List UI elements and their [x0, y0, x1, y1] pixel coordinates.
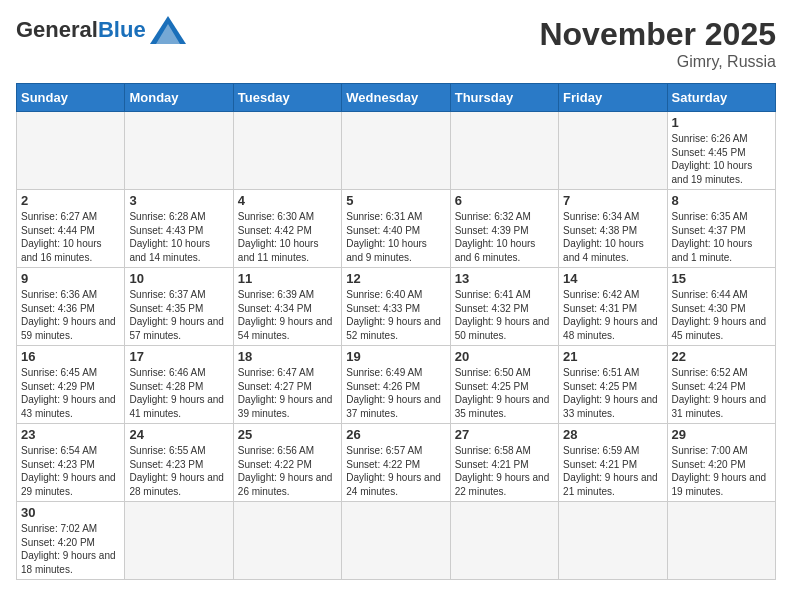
day-info: Sunrise: 6:41 AM Sunset: 4:32 PM Dayligh… — [455, 288, 554, 342]
day-number: 26 — [346, 427, 445, 442]
day-info: Sunrise: 6:56 AM Sunset: 4:22 PM Dayligh… — [238, 444, 337, 498]
day-info: Sunrise: 6:32 AM Sunset: 4:39 PM Dayligh… — [455, 210, 554, 264]
day-number: 12 — [346, 271, 445, 286]
day-number: 10 — [129, 271, 228, 286]
month-year-title: November 2025 — [539, 16, 776, 53]
logo: GeneralBlue — [16, 16, 186, 44]
day-number: 1 — [672, 115, 771, 130]
calendar-day-cell: 18Sunrise: 6:47 AM Sunset: 4:27 PM Dayli… — [233, 346, 341, 424]
logo-icon — [150, 16, 186, 44]
day-info: Sunrise: 6:45 AM Sunset: 4:29 PM Dayligh… — [21, 366, 120, 420]
day-number: 11 — [238, 271, 337, 286]
calendar-day-cell — [559, 112, 667, 190]
day-info: Sunrise: 6:34 AM Sunset: 4:38 PM Dayligh… — [563, 210, 662, 264]
day-info: Sunrise: 6:44 AM Sunset: 4:30 PM Dayligh… — [672, 288, 771, 342]
day-number: 16 — [21, 349, 120, 364]
calendar-day-cell — [450, 502, 558, 580]
calendar-day-cell: 29Sunrise: 7:00 AM Sunset: 4:20 PM Dayli… — [667, 424, 775, 502]
calendar-day-cell — [17, 112, 125, 190]
day-number: 24 — [129, 427, 228, 442]
calendar-table: SundayMondayTuesdayWednesdayThursdayFrid… — [16, 83, 776, 580]
calendar-day-cell: 13Sunrise: 6:41 AM Sunset: 4:32 PM Dayli… — [450, 268, 558, 346]
day-info: Sunrise: 6:39 AM Sunset: 4:34 PM Dayligh… — [238, 288, 337, 342]
weekday-header-tuesday: Tuesday — [233, 84, 341, 112]
calendar-day-cell: 23Sunrise: 6:54 AM Sunset: 4:23 PM Dayli… — [17, 424, 125, 502]
day-info: Sunrise: 6:49 AM Sunset: 4:26 PM Dayligh… — [346, 366, 445, 420]
day-info: Sunrise: 6:55 AM Sunset: 4:23 PM Dayligh… — [129, 444, 228, 498]
calendar-day-cell: 5Sunrise: 6:31 AM Sunset: 4:40 PM Daylig… — [342, 190, 450, 268]
day-number: 19 — [346, 349, 445, 364]
day-number: 4 — [238, 193, 337, 208]
weekday-header-friday: Friday — [559, 84, 667, 112]
day-number: 30 — [21, 505, 120, 520]
logo-text: GeneralBlue — [16, 18, 146, 42]
calendar-day-cell — [450, 112, 558, 190]
calendar-week-row: 23Sunrise: 6:54 AM Sunset: 4:23 PM Dayli… — [17, 424, 776, 502]
weekday-header-thursday: Thursday — [450, 84, 558, 112]
calendar-day-cell: 15Sunrise: 6:44 AM Sunset: 4:30 PM Dayli… — [667, 268, 775, 346]
day-number: 5 — [346, 193, 445, 208]
calendar-day-cell — [667, 502, 775, 580]
weekday-header-row: SundayMondayTuesdayWednesdayThursdayFrid… — [17, 84, 776, 112]
day-number: 8 — [672, 193, 771, 208]
weekday-header-sunday: Sunday — [17, 84, 125, 112]
calendar-day-cell: 17Sunrise: 6:46 AM Sunset: 4:28 PM Dayli… — [125, 346, 233, 424]
day-number: 13 — [455, 271, 554, 286]
calendar-day-cell: 21Sunrise: 6:51 AM Sunset: 4:25 PM Dayli… — [559, 346, 667, 424]
weekday-header-saturday: Saturday — [667, 84, 775, 112]
day-info: Sunrise: 6:37 AM Sunset: 4:35 PM Dayligh… — [129, 288, 228, 342]
day-number: 2 — [21, 193, 120, 208]
day-number: 18 — [238, 349, 337, 364]
day-info: Sunrise: 6:51 AM Sunset: 4:25 PM Dayligh… — [563, 366, 662, 420]
calendar-day-cell: 28Sunrise: 6:59 AM Sunset: 4:21 PM Dayli… — [559, 424, 667, 502]
title-area: November 2025 Gimry, Russia — [539, 16, 776, 71]
calendar-day-cell — [233, 112, 341, 190]
calendar-week-row: 16Sunrise: 6:45 AM Sunset: 4:29 PM Dayli… — [17, 346, 776, 424]
day-info: Sunrise: 6:30 AM Sunset: 4:42 PM Dayligh… — [238, 210, 337, 264]
location-subtitle: Gimry, Russia — [539, 53, 776, 71]
day-info: Sunrise: 6:46 AM Sunset: 4:28 PM Dayligh… — [129, 366, 228, 420]
calendar-day-cell: 20Sunrise: 6:50 AM Sunset: 4:25 PM Dayli… — [450, 346, 558, 424]
day-info: Sunrise: 6:36 AM Sunset: 4:36 PM Dayligh… — [21, 288, 120, 342]
day-info: Sunrise: 6:59 AM Sunset: 4:21 PM Dayligh… — [563, 444, 662, 498]
day-info: Sunrise: 6:42 AM Sunset: 4:31 PM Dayligh… — [563, 288, 662, 342]
day-number: 25 — [238, 427, 337, 442]
day-number: 22 — [672, 349, 771, 364]
day-info: Sunrise: 6:58 AM Sunset: 4:21 PM Dayligh… — [455, 444, 554, 498]
calendar-day-cell: 1Sunrise: 6:26 AM Sunset: 4:45 PM Daylig… — [667, 112, 775, 190]
day-info: Sunrise: 6:27 AM Sunset: 4:44 PM Dayligh… — [21, 210, 120, 264]
calendar-day-cell — [125, 112, 233, 190]
day-info: Sunrise: 6:54 AM Sunset: 4:23 PM Dayligh… — [21, 444, 120, 498]
calendar-day-cell: 9Sunrise: 6:36 AM Sunset: 4:36 PM Daylig… — [17, 268, 125, 346]
calendar-day-cell: 14Sunrise: 6:42 AM Sunset: 4:31 PM Dayli… — [559, 268, 667, 346]
day-number: 27 — [455, 427, 554, 442]
calendar-day-cell: 2Sunrise: 6:27 AM Sunset: 4:44 PM Daylig… — [17, 190, 125, 268]
calendar-day-cell — [559, 502, 667, 580]
day-number: 17 — [129, 349, 228, 364]
page-header: GeneralBlue November 2025 Gimry, Russia — [16, 16, 776, 71]
calendar-day-cell: 4Sunrise: 6:30 AM Sunset: 4:42 PM Daylig… — [233, 190, 341, 268]
calendar-day-cell — [342, 502, 450, 580]
day-info: Sunrise: 7:02 AM Sunset: 4:20 PM Dayligh… — [21, 522, 120, 576]
calendar-day-cell: 16Sunrise: 6:45 AM Sunset: 4:29 PM Dayli… — [17, 346, 125, 424]
day-number: 21 — [563, 349, 662, 364]
calendar-day-cell: 6Sunrise: 6:32 AM Sunset: 4:39 PM Daylig… — [450, 190, 558, 268]
weekday-header-wednesday: Wednesday — [342, 84, 450, 112]
calendar-day-cell: 19Sunrise: 6:49 AM Sunset: 4:26 PM Dayli… — [342, 346, 450, 424]
calendar-day-cell: 26Sunrise: 6:57 AM Sunset: 4:22 PM Dayli… — [342, 424, 450, 502]
calendar-week-row: 2Sunrise: 6:27 AM Sunset: 4:44 PM Daylig… — [17, 190, 776, 268]
calendar-day-cell: 25Sunrise: 6:56 AM Sunset: 4:22 PM Dayli… — [233, 424, 341, 502]
day-number: 23 — [21, 427, 120, 442]
calendar-day-cell — [233, 502, 341, 580]
day-number: 6 — [455, 193, 554, 208]
day-info: Sunrise: 6:35 AM Sunset: 4:37 PM Dayligh… — [672, 210, 771, 264]
calendar-day-cell: 10Sunrise: 6:37 AM Sunset: 4:35 PM Dayli… — [125, 268, 233, 346]
calendar-day-cell: 27Sunrise: 6:58 AM Sunset: 4:21 PM Dayli… — [450, 424, 558, 502]
calendar-week-row: 9Sunrise: 6:36 AM Sunset: 4:36 PM Daylig… — [17, 268, 776, 346]
day-number: 7 — [563, 193, 662, 208]
day-number: 28 — [563, 427, 662, 442]
calendar-day-cell: 8Sunrise: 6:35 AM Sunset: 4:37 PM Daylig… — [667, 190, 775, 268]
day-info: Sunrise: 6:40 AM Sunset: 4:33 PM Dayligh… — [346, 288, 445, 342]
day-number: 14 — [563, 271, 662, 286]
day-info: Sunrise: 6:26 AM Sunset: 4:45 PM Dayligh… — [672, 132, 771, 186]
